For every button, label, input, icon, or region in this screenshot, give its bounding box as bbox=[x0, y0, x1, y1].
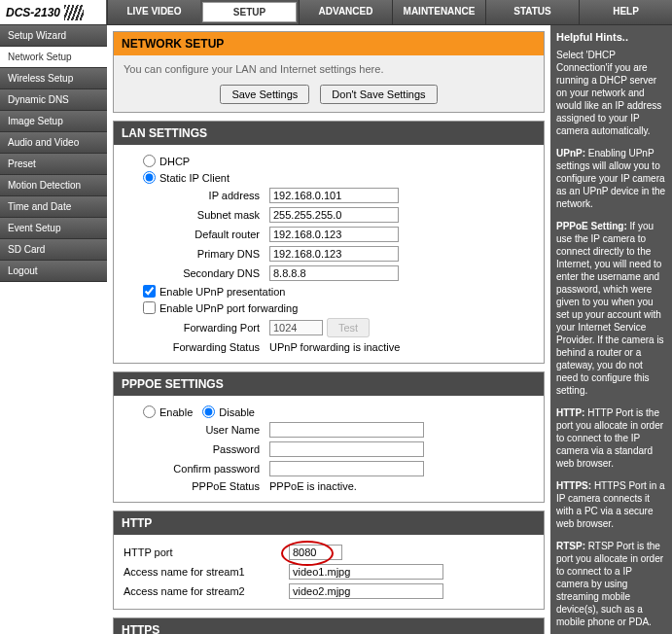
pppoe-user-input[interactable] bbox=[269, 422, 424, 438]
pppoe-enable-label: Enable bbox=[159, 406, 193, 418]
sidebar-item-audio-and-video[interactable]: Audio and Video bbox=[0, 132, 107, 154]
stream2-label: Access name for stream2 bbox=[124, 585, 289, 597]
tab-advanced[interactable]: ADVANCED bbox=[299, 0, 392, 24]
sidebar-item-time-and-date[interactable]: Time and Date bbox=[0, 196, 107, 218]
pppoe-user-label: User Name bbox=[124, 424, 269, 436]
pppoe-status-value: PPPoE is inactive. bbox=[269, 480, 357, 492]
sidebar-item-dynamic-dns[interactable]: Dynamic DNS bbox=[0, 89, 107, 111]
pppoe-conf-input[interactable] bbox=[269, 461, 424, 476]
http-title: HTTP bbox=[114, 511, 544, 535]
mask-input[interactable] bbox=[269, 207, 399, 223]
router-label: Default router bbox=[124, 229, 269, 240]
tab-maintenance[interactable]: MAINTENANCE bbox=[392, 0, 485, 24]
sidebar-item-logout[interactable]: Logout bbox=[0, 261, 107, 282]
pppoe-title: PPPOE SETTINGS bbox=[114, 372, 544, 396]
pdns-label: Primary DNS bbox=[124, 248, 269, 260]
tab-setup[interactable]: SETUP bbox=[202, 2, 297, 22]
hint-pppoe: PPPoE Setting: If you use the IP camera … bbox=[556, 220, 666, 397]
lan-settings-title: LAN SETTINGS bbox=[114, 122, 544, 145]
pppoe-box: PPPOE SETTINGS Enable Disable User Name … bbox=[113, 371, 545, 503]
upnp-presentation-checkbox[interactable] bbox=[143, 285, 156, 298]
ip-input[interactable] bbox=[269, 188, 399, 203]
sidebar-item-network-setup[interactable]: Network Setup bbox=[0, 47, 107, 68]
dhcp-label: DHCP bbox=[159, 156, 190, 167]
pppoe-disable-radio[interactable] bbox=[202, 405, 215, 418]
hints-panel: Helpful Hints.. Select 'DHCP Connection'… bbox=[550, 25, 672, 634]
save-settings-button[interactable]: Save Settings bbox=[220, 85, 309, 104]
http-port-input[interactable] bbox=[289, 545, 342, 560]
fwd-port-label: Forwarding Port bbox=[124, 322, 269, 334]
sdns-input[interactable] bbox=[269, 265, 399, 281]
pppoe-pass-input[interactable] bbox=[269, 441, 424, 457]
fwd-status-value: UPnP forwarding is inactive bbox=[269, 341, 400, 353]
stripes-icon bbox=[64, 5, 84, 20]
stream2-input[interactable] bbox=[289, 583, 443, 599]
mask-label: Subnet mask bbox=[124, 209, 269, 221]
sidebar-item-sd-card[interactable]: SD Card bbox=[0, 239, 107, 261]
top-nav: DCS-2130 LIVE VIDEOSETUPADVANCEDMAINTENA… bbox=[0, 0, 672, 25]
sdns-label: Secondary DNS bbox=[124, 267, 269, 279]
stream1-input[interactable] bbox=[289, 564, 443, 580]
pppoe-status-label: PPPoE Status bbox=[124, 480, 269, 492]
network-setup-title: NETWORK SETUP bbox=[114, 32, 544, 55]
pppoe-conf-label: Confirm password bbox=[124, 463, 269, 475]
network-setup-desc: You can configure your LAN and Internet … bbox=[124, 63, 534, 75]
dhcp-radio[interactable] bbox=[143, 155, 156, 167]
https-title: HTTPS bbox=[114, 618, 544, 634]
router-input[interactable] bbox=[269, 227, 399, 242]
sidebar-item-event-setup[interactable]: Event Setup bbox=[0, 218, 107, 239]
static-ip-radio[interactable] bbox=[143, 171, 156, 184]
fwd-port-input bbox=[269, 320, 323, 335]
stream1-label: Access name for stream1 bbox=[124, 566, 289, 578]
pppoe-enable-radio[interactable] bbox=[143, 405, 156, 418]
hint-dhcp: Select 'DHCP Connection'if you are runni… bbox=[556, 49, 666, 137]
pppoe-pass-label: Password bbox=[124, 443, 269, 455]
sidebar: Setup WizardNetwork SetupWireless SetupD… bbox=[0, 25, 107, 282]
hint-http: HTTP: HTTP Port is the port you allocate… bbox=[556, 406, 666, 470]
ip-label: IP address bbox=[124, 190, 269, 201]
pdns-input[interactable] bbox=[269, 246, 399, 262]
hint-https: HTTPS: HTTPS Port in a IP camera connect… bbox=[556, 479, 666, 530]
dont-save-settings-button[interactable]: Don't Save Settings bbox=[320, 85, 437, 104]
sidebar-item-motion-detection[interactable]: Motion Detection bbox=[0, 175, 107, 196]
tab-help[interactable]: HELP bbox=[579, 0, 672, 24]
test-button: Test bbox=[327, 318, 370, 337]
tab-status[interactable]: STATUS bbox=[485, 0, 579, 24]
fwd-status-label: Forwarding Status bbox=[124, 341, 269, 353]
sidebar-item-setup-wizard[interactable]: Setup Wizard bbox=[0, 25, 107, 47]
sidebar-item-image-setup[interactable]: Image Setup bbox=[0, 111, 107, 132]
https-box: HTTPS HTTPS port bbox=[113, 617, 545, 634]
main-content: NETWORK SETUP You can configure your LAN… bbox=[107, 25, 550, 634]
pppoe-disable-label: Disable bbox=[219, 406, 255, 418]
hint-upnp: UPnP: Enabling UPnP settings will allow … bbox=[556, 147, 666, 210]
upnp-port-checkbox[interactable] bbox=[143, 301, 156, 314]
sidebar-item-preset[interactable]: Preset bbox=[0, 154, 107, 175]
hints-title: Helpful Hints.. bbox=[556, 31, 666, 43]
network-setup-box: NETWORK SETUP You can configure your LAN… bbox=[113, 31, 545, 113]
device-cell: DCS-2130 bbox=[0, 0, 107, 24]
tab-live-video[interactable]: LIVE VIDEO bbox=[107, 0, 200, 24]
http-port-label: HTTP port bbox=[124, 546, 289, 558]
hint-rtsp: RTSP: RTSP Port is the port you allocate… bbox=[556, 540, 666, 628]
upnp-port-label: Enable UPnP port forwarding bbox=[159, 302, 298, 314]
sidebar-item-wireless-setup[interactable]: Wireless Setup bbox=[0, 68, 107, 89]
device-name: DCS-2130 bbox=[6, 6, 60, 19]
static-ip-label: Static IP Client bbox=[159, 172, 230, 184]
lan-settings-box: LAN SETTINGS DHCP Static IP Client IP ad… bbox=[113, 121, 545, 364]
http-box: HTTP HTTP port Access name for stream1 A… bbox=[113, 511, 545, 610]
upnp-presentation-label: Enable UPnP presentation bbox=[159, 286, 285, 298]
